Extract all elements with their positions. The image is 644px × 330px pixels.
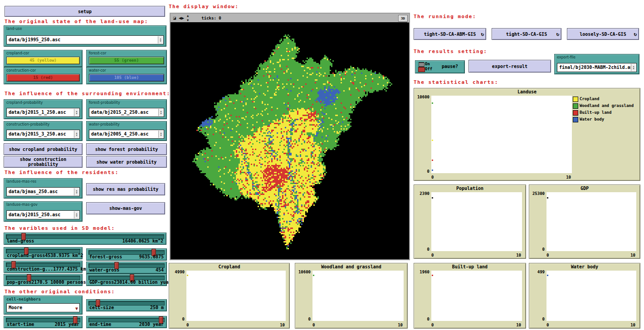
setup-button[interactable]: setup (5, 6, 165, 17)
y-axis-min: 0 (295, 317, 311, 321)
cropland-probability-spinner[interactable]: ▲▼ (74, 109, 79, 116)
x-axis-min: 0 (431, 253, 434, 257)
forever-icon: ↻ (481, 31, 484, 37)
x-axis-min: 0 (186, 323, 189, 327)
heading-running-mode: The running mode: (414, 14, 476, 19)
x-axis-max: 10 (398, 323, 403, 327)
vertical-pan-icon[interactable]: ▲▼ (187, 14, 189, 23)
show-cropland-probability-button[interactable]: show cropland probability (4, 143, 83, 155)
show-construction-probability-button[interactable]: show construction probability (4, 156, 83, 168)
heading-original-state: The original state of the land-use map: (5, 19, 148, 24)
landuse-mas-res-field[interactable]: data/bjmas_250.asc ▲▼ (6, 187, 80, 196)
loosely-sd-ca-gis-button[interactable]: loosely-SD-CA-GIS ↻ (567, 28, 639, 40)
pop-gross-slider: pop-gross2170.5 10000 persons (4, 274, 83, 286)
plot-area (186, 271, 286, 321)
switch-track[interactable] (419, 62, 424, 72)
export-result-button[interactable]: export-result (468, 60, 551, 73)
spinner-down-icon: ▼ (633, 68, 634, 70)
construction-probability-field[interactable]: data/bj2015_3_250.asc ▲▼ (6, 130, 80, 139)
forever-icon: ↻ (634, 31, 637, 37)
plot-area (431, 271, 522, 321)
cropland-cor-bar[interactable]: 45 (yellow) (6, 57, 80, 64)
cropland-cor-label: cropland-cor (6, 51, 29, 55)
land-use-spinner[interactable]: ▲ ▼ (158, 36, 163, 44)
forest-gross-slider: forest-gross9635.6875 (86, 248, 167, 261)
plot-title: Woodland and grassland (295, 264, 407, 269)
button-label: show res mas probability (93, 187, 159, 192)
cropland-probability-input: cropland-probability data/bj2015_1_250.a… (4, 99, 83, 119)
tight-sd-ca-abm-gis-button[interactable]: tight-SD-CA-ABM-GIS ↻ (414, 28, 486, 40)
show-mas-gov-button[interactable]: show-mas-gov (86, 202, 165, 214)
end-time-slider: end-time2030 year (86, 316, 167, 328)
show-water-probability-button[interactable]: show water probability (86, 156, 167, 168)
x-axis-max: 10 (516, 323, 521, 327)
tight-sd-ca-gis-button[interactable]: tight-SD-CA-GIS ↻ (492, 28, 561, 40)
button-label: show water probability (97, 160, 156, 165)
construction-probability-spinner[interactable]: ▲▼ (74, 131, 79, 138)
button-label: show construction probability (4, 157, 82, 167)
construction-cor-label: construction-cor (6, 68, 36, 73)
y-axis-max: 1960 (414, 270, 429, 274)
chevron-down-icon: ▼ (75, 305, 78, 312)
forest-probability-field[interactable]: data/bj2015_2_250.asc ▲▼ (89, 108, 164, 117)
cell-neighbors-value: Moore (9, 305, 22, 310)
forest-cor-widget: forest-cor 55 (green) (86, 50, 167, 67)
x-axis-max: 10 (566, 175, 571, 180)
cropland-probability-field[interactable]: data/bj2015_1_250.asc ▲▼ (6, 108, 80, 117)
up-triangle-icon: ▲ (187, 14, 189, 18)
forest-probability-input: forest-probability data/bj2015_2_250.asc… (86, 99, 167, 119)
button-label: show cropland probability (9, 147, 78, 152)
water-probability-input: water-probability data/bj2005_4_250.asc … (86, 121, 167, 141)
landuse-mas-gov-spinner[interactable]: ▲▼ (74, 211, 79, 218)
land-use-label: land-use (6, 27, 22, 31)
plot-woodland: Woodland and grassland 10600 0 0 10 (295, 263, 408, 329)
resize-view-icon[interactable]: ◪ (173, 16, 176, 20)
export-file-spinner[interactable]: ▲▼ (631, 64, 636, 71)
forest-cor-bar[interactable]: 55 (green) (89, 57, 164, 64)
construction-cor-bar[interactable]: 15 (red) (6, 74, 80, 82)
plot-title: Water body (529, 264, 640, 269)
slider-label: water-gross (89, 267, 119, 272)
slider-value: 23014.60 billion yuan (114, 280, 171, 285)
view-3d-button[interactable]: 3D (398, 15, 408, 22)
heading-sd-model: The varibles used in SD model: (5, 225, 115, 231)
land-use-field[interactable]: data/bj1995_250.asc ▲ ▼ (6, 35, 164, 44)
forest-probability-spinner[interactable]: ▲▼ (158, 109, 163, 116)
slider-label: forest-gross (89, 254, 122, 259)
water-probability-spinner[interactable]: ▲▼ (158, 131, 163, 138)
heading-other-conditions: The other original conditions: (5, 289, 115, 295)
heading-residents: The influence of the residents: (5, 170, 119, 175)
plot-population: Population 2390 0 0 10 (414, 184, 526, 259)
landuse-mas-res-spinner[interactable]: ▲▼ (74, 188, 79, 195)
cell-neighbors-dropdown[interactable]: Moore ▼ (6, 303, 80, 312)
cell-neighbors-label: cell-neighbors (6, 297, 41, 301)
cropland-gross-slider: cropland-gross4538.9375 km^2 (4, 247, 83, 259)
water-cor-bar[interactable]: 105 (blue) (89, 74, 164, 82)
plot-area (546, 271, 636, 321)
legend-item: Woodland and grassland (573, 103, 639, 109)
landuse-mas-gov-field[interactable]: data/bj2015_250.asc ▲▼ (6, 210, 80, 219)
show-forest-probability-button[interactable]: show forest probability (86, 143, 167, 155)
legend-item: Cropland (573, 97, 639, 102)
slider-label: cell-size (89, 305, 114, 310)
app-root: setup The original state of the land-use… (0, 0, 644, 330)
landuse-mas-res-label: landuse-mas-res (6, 180, 36, 184)
water-probability-field[interactable]: data/bj2005_4_250.asc ▲▼ (89, 130, 164, 139)
legend-swatch-builtup (573, 110, 578, 116)
world-canvas[interactable] (171, 22, 407, 257)
export-file-value: final/bj2030-MABM-2child.asc (559, 65, 636, 70)
pause-switch[interactable]: On Off pause? (415, 60, 465, 73)
water-cor-label: water-cor (89, 68, 106, 73)
view-titlebar: ◪ ◀▶ ▲▼ ticks: 0 3D (171, 14, 409, 23)
water-probability-label: water-probability (89, 122, 120, 126)
show-res-mas-probability-button[interactable]: show res mas probability (86, 183, 165, 195)
horizontal-pan-icon[interactable]: ◀▶ (179, 16, 184, 20)
slider-value: 2170.5 10000 persons (31, 280, 86, 285)
button-label: tight-SD-CA-ABM-GIS (424, 32, 476, 37)
plot-landuse: Landuse 10600 0 0 10 Cropland Woodland a… (414, 88, 640, 181)
button-label: tight-SD-CA-GIS (506, 32, 547, 37)
plot-title: GDP (529, 186, 640, 191)
switch-knob[interactable] (418, 67, 425, 72)
export-file-field[interactable]: final/bj2030-MABM-2child.asc ▲▼ (557, 63, 637, 72)
slider-label: land-gross (7, 238, 34, 243)
